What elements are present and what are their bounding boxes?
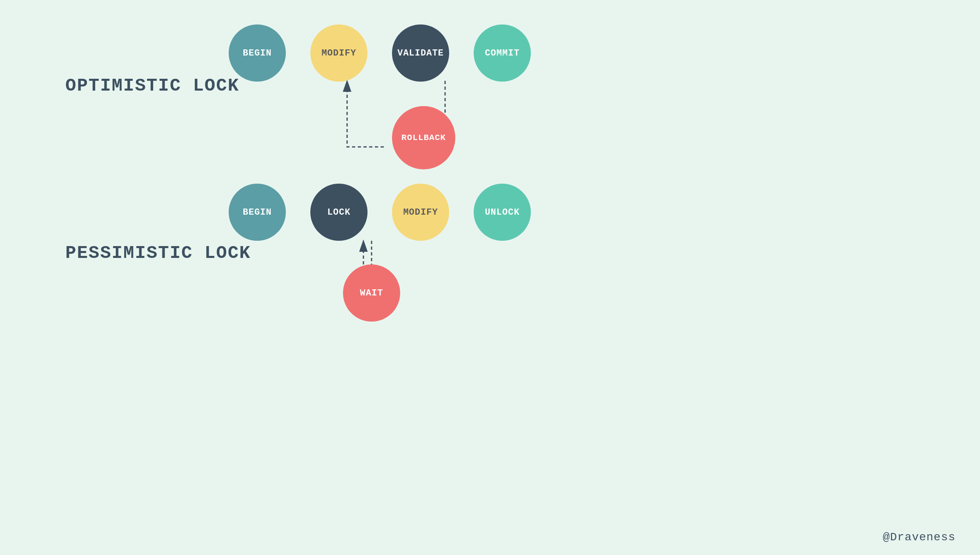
opt-rollback-node: ROLLBACK bbox=[392, 106, 455, 169]
pes-unlock-node: UNLOCK bbox=[474, 184, 531, 241]
opt-validate-node: VALIDATE bbox=[392, 24, 449, 82]
pes-wait-node: WAIT bbox=[343, 264, 400, 322]
watermark: @Draveness bbox=[883, 531, 956, 544]
opt-modify-node: MODIFY bbox=[310, 24, 368, 82]
pes-lock-node: LOCK bbox=[310, 184, 368, 241]
pes-modify-node: MODIFY bbox=[392, 184, 449, 241]
opt-begin-node: BEGIN bbox=[229, 24, 286, 82]
pessimistic-lock-label: PESSIMISTIC LOCK bbox=[65, 243, 251, 263]
pes-begin-node: BEGIN bbox=[229, 184, 286, 241]
optimistic-lock-label: OPTIMISTIC LOCK bbox=[65, 75, 239, 96]
opt-commit-node: COMMIT bbox=[474, 24, 531, 82]
